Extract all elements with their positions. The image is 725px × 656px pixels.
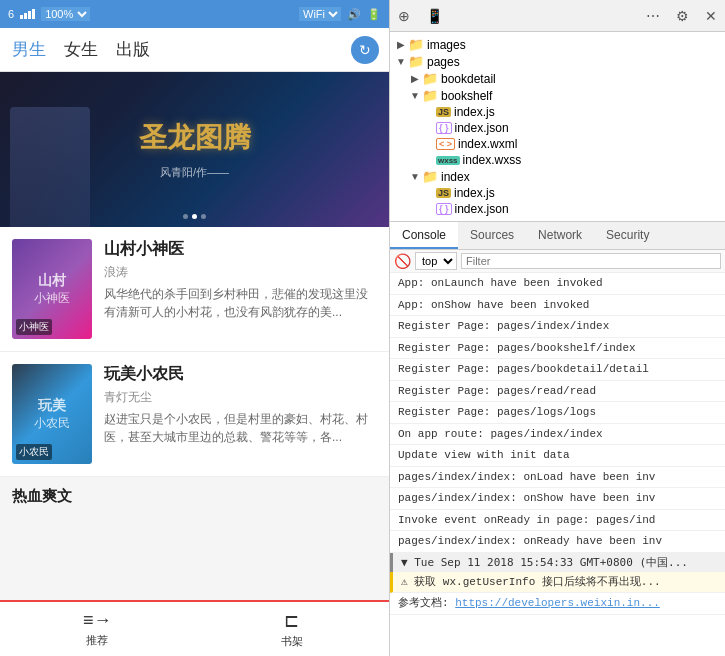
console-msg-5: Register Page: pages/bookdetail/detail <box>390 359 725 381</box>
tree-item-images[interactable]: ▶ 📁 images <box>390 36 725 53</box>
tree-label-bookshelf: bookshelf <box>441 89 492 103</box>
ref-doc-link[interactable]: https://developers.weixin.in... <box>455 597 660 609</box>
console-messages: App: onLaunch have been invoked App: onS… <box>390 273 725 656</box>
arrow-empty-2: ▶ <box>422 123 436 134</box>
tree-item-pages[interactable]: ▼ 📁 pages <box>390 53 725 70</box>
arrow-bookshelf: ▼ <box>408 90 422 101</box>
book-item-1[interactable]: 山村 小神医 小神医 山村小神医 浪涛 风华绝代的杀手回到乡村种田，悲催的发现这… <box>0 227 389 352</box>
tree-label-index-js: index.js <box>454 186 495 200</box>
console-msg-8: On app route: pages/index/index <box>390 424 725 446</box>
book-title-2: 玩美小农民 <box>104 364 377 385</box>
tree-item-bookdetail[interactable]: ▶ 📁 bookdetail <box>390 70 725 87</box>
console-msg-3: Register Page: pages/index/index <box>390 316 725 338</box>
mobile-simulator: 6 100% 75% 50% WiFi 4G 3G 🔊 🔋 <box>0 0 390 656</box>
banner-dots <box>183 214 206 219</box>
nav-tab-female[interactable]: 女生 <box>64 38 98 61</box>
banner-dot-1 <box>183 214 188 219</box>
battery-icon: 🔋 <box>367 8 381 21</box>
zoom-select[interactable]: 100% 75% 50% <box>41 7 90 21</box>
console-msg-10: pages/index/index: onLoad have been inv <box>390 467 725 489</box>
book-author-1: 浪涛 <box>104 264 377 281</box>
section-header: 热血爽文 <box>0 477 389 512</box>
console-msg-2: App: onShow have been invoked <box>390 295 725 317</box>
tree-label-bookshelf-wxss: index.wxss <box>463 153 522 167</box>
arrow-index: ▼ <box>408 171 422 182</box>
tree-label-bookshelf-js: index.js <box>454 105 495 119</box>
pointer-tool-button[interactable]: ⊕ <box>394 6 414 26</box>
arrow-empty-4: ▶ <box>422 155 436 166</box>
tab-sources-label: Sources <box>470 228 514 242</box>
ref-doc-label: 参考文档: <box>398 597 455 609</box>
banner-dot-2 <box>192 214 197 219</box>
nav-tabs: 男生 女生 出版 <box>12 38 150 61</box>
console-msg-link: 参考文档: https://developers.weixin.in... <box>390 593 725 615</box>
close-devtools-button[interactable]: ✕ <box>701 6 721 26</box>
folder-icon-index: 📁 <box>422 169 438 184</box>
book-list: 山村 小神医 小神医 山村小神医 浪涛 风华绝代的杀手回到乡村种田，悲催的发现这… <box>0 227 389 477</box>
tree-label-bookshelf-json: index.json <box>455 121 509 135</box>
tree-item-bookshelf-wxss[interactable]: ▶ wxss index.wxss <box>390 152 725 168</box>
tree-label-index: index <box>441 170 470 184</box>
book-info-2: 玩美小农民 青灯无尘 赵进宝只是个小农民，但是村里的豪妇、村花、村医，甚至大城市… <box>104 364 377 464</box>
book-item-2[interactable]: 玩美 小农民 小农民 玩美小农民 青灯无尘 赵进宝只是个小农民，但是村里的豪妇、… <box>0 352 389 477</box>
console-timestamp: ▼ Tue Sep 11 2018 15:54:33 GMT+0800 (中国.… <box>390 553 725 572</box>
console-panel: 🚫 top App: onLaunch have been invoked Ap… <box>390 250 725 656</box>
banner-subtitle: 风青阳/作—— <box>160 165 229 180</box>
signal-bars <box>20 9 35 19</box>
tab-recommend-label: 推荐 <box>86 633 108 648</box>
tab-bookshelf[interactable]: ⊏ 书架 <box>195 602 390 656</box>
console-msg-9: Update view with init data <box>390 445 725 467</box>
tree-item-bookshelf[interactable]: ▼ 📁 bookshelf <box>390 87 725 104</box>
refresh-button[interactable]: ↻ <box>351 36 379 64</box>
tab-security[interactable]: Security <box>594 222 661 249</box>
nav-tab-publish[interactable]: 出版 <box>116 38 150 61</box>
tree-label-images: images <box>427 38 466 52</box>
console-msg-warning: ⚠ 获取 wx.getUserInfo 接口后续将不再出现... <box>390 572 725 594</box>
mobile-tool-button[interactable]: 📱 <box>422 6 447 26</box>
tab-network[interactable]: Network <box>526 222 594 249</box>
console-msg-13: pages/index/index: onReady have been inv <box>390 531 725 553</box>
devtools-tabs: Console Sources Network Security <box>390 222 725 250</box>
tab-sources[interactable]: Sources <box>458 222 526 249</box>
app-nav: 男生 女生 出版 ↻ <box>0 28 389 72</box>
console-filter-input[interactable] <box>461 253 721 269</box>
devtools-toolbar: ⊕ 📱 ⋯ ⚙ ✕ <box>390 0 725 32</box>
tree-item-index-js[interactable]: ▶ JS index.js <box>390 185 725 201</box>
arrow-empty-6: ▶ <box>422 204 436 215</box>
nav-tab-male[interactable]: 男生 <box>12 38 46 61</box>
content-area[interactable]: 圣龙图腾 风青阳/作—— 山村 小神医 <box>0 72 389 600</box>
arrow-pages: ▼ <box>394 56 408 67</box>
tree-item-index[interactable]: ▼ 📁 index <box>390 168 725 185</box>
console-context-select[interactable]: top <box>415 252 457 270</box>
arrow-empty-5: ▶ <box>422 188 436 199</box>
tree-item-bookshelf-wxml[interactable]: ▶ < > index.wxml <box>390 136 725 152</box>
banner: 圣龙图腾 风青阳/作—— <box>0 72 389 227</box>
json-tag-index: { } <box>436 203 452 215</box>
banner-title: 圣龙图腾 <box>139 119 251 157</box>
more-options-button[interactable]: ⋯ <box>642 6 664 26</box>
bookshelf-icon: ⊏ <box>284 610 299 632</box>
wxss-tag-bookshelf: wxss <box>436 156 460 165</box>
signal-bar-4 <box>32 9 35 19</box>
tree-item-bookshelf-json[interactable]: ▶ { } index.json <box>390 120 725 136</box>
tab-console[interactable]: Console <box>390 222 458 249</box>
tab-network-label: Network <box>538 228 582 242</box>
signal-bar-2 <box>24 13 27 19</box>
status-bar-left: 6 100% 75% 50% <box>8 7 90 21</box>
tree-item-index-json[interactable]: ▶ { } index.json <box>390 201 725 217</box>
devtools-panel: ⊕ 📱 ⋯ ⚙ ✕ ▶ 📁 images ▼ 📁 pages ▶ 📁 bookd… <box>390 0 725 656</box>
book-cover-1: 山村 小神医 小神医 <box>12 239 92 339</box>
warning-icon: ⚠ <box>401 576 414 588</box>
tree-item-bookshelf-js[interactable]: ▶ JS index.js <box>390 104 725 120</box>
tab-console-label: Console <box>402 228 446 242</box>
file-tree: ▶ 📁 images ▼ 📁 pages ▶ 📁 bookdetail ▼ 📁 … <box>390 32 725 222</box>
settings-button[interactable]: ⚙ <box>672 6 693 26</box>
tree-label-bookdetail: bookdetail <box>441 72 496 86</box>
book-author-2: 青灯无尘 <box>104 389 377 406</box>
arrow-bookdetail: ▶ <box>408 73 422 84</box>
recommend-icon: ≡→ <box>83 610 112 631</box>
console-msg-4: Register Page: pages/bookshelf/index <box>390 338 725 360</box>
tab-recommend[interactable]: ≡→ 推荐 <box>0 602 195 656</box>
network-select[interactable]: WiFi 4G 3G <box>299 7 341 21</box>
book-cover-label-1: 小神医 <box>16 319 52 335</box>
